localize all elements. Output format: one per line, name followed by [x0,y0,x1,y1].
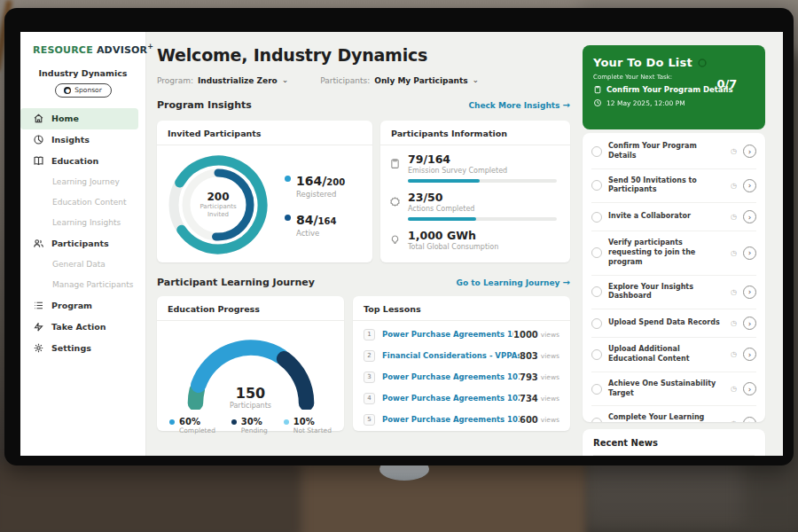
chevron-right-icon[interactable]: › [743,179,756,192]
task-checkbox[interactable] [591,418,602,422]
section-title: Participant Learning Journey [157,277,315,288]
invited-participants-card: Invited Participants 200 Participants In… [157,121,372,262]
gauge-label: Participants [176,402,326,410]
task-row[interactable]: Verify participants requesting to join t… [591,231,756,275]
legend-active: 84/164 Active [285,211,345,238]
participants-icon [33,238,44,249]
sidebar-item-insights[interactable]: Insights [20,129,145,151]
task-row[interactable]: Achieve One Sustainability Target ◷ › [591,372,756,407]
lesson-link[interactable]: Power Purchase Agreements 102 [382,394,520,403]
clock-icon [593,98,602,107]
task-row[interactable]: Invite a Collaborator ◷ › [591,203,756,231]
progress-fill [408,217,476,221]
chevron-right-icon[interactable]: › [743,286,756,299]
task-checkbox[interactable] [591,384,602,395]
program-list-icon [33,300,44,311]
task-label: Invite a Collaborator [608,212,724,222]
sidebar-item-participants[interactable]: Participants [20,233,145,254]
active-label: Active [296,229,336,238]
task-checkbox[interactable] [591,212,602,223]
completed-dot-icon [169,419,175,425]
lesson-link[interactable]: Power Purchase Agreements 103 [382,415,520,424]
sidebar-item-manage-participants[interactable]: Manage Participants [20,275,145,295]
task-label: Upload Spend Data Records [608,318,724,328]
task-row[interactable]: Upload Spend Data Records ◷ › [591,309,756,338]
logo-primary: RESOURCE [33,44,93,56]
education-legend: 60% Completed 30% Pending 10% Not Starte… [157,410,344,434]
sidebar-item-take-action[interactable]: Take Action [20,317,145,338]
arrow-right-icon: → [563,100,570,110]
sidebar-item-program[interactable]: Program [20,295,145,317]
participants-dropdown[interactable]: Participants: Only My Participants ⌄ [320,76,479,85]
legend-pct: 10% [293,417,332,426]
stat-label: Total Global Consumption [408,243,498,251]
sidebar-item-settings[interactable]: Settings [20,338,145,359]
lesson-link[interactable]: Power Purchase Agreements 101 [382,330,513,339]
task-checkbox[interactable] [591,286,602,297]
chevron-right-icon[interactable]: › [743,382,756,395]
sidebar-item-label: Program [51,301,92,310]
logo-secondary: ADVISOR [97,44,147,56]
task-checkbox[interactable] [591,318,602,329]
sidebar-item-learning-journey[interactable]: Learning Journey [20,172,145,192]
education-progress-card: Education Progress 150 Participants 60% … [157,296,344,431]
link-label: Go to Learning Journey [457,278,560,287]
progress-track [408,179,557,183]
sidebar-item-home[interactable]: Home [20,108,138,129]
registered-value: 164/ [296,174,326,188]
arrow-right-icon: → [563,278,570,287]
chevron-right-icon[interactable]: › [743,317,756,330]
task-row[interactable]: Send 50 Invitations to Participants ◷ › [591,169,756,204]
views-count: 734 [520,394,538,403]
registered-dot-icon [285,176,291,182]
stat-global-consumption: 1,000 GWh Total Global Consumption [389,229,558,251]
task-checkbox[interactable] [591,349,602,360]
task-checkbox[interactable] [591,146,602,157]
chevron-right-icon[interactable]: › [743,246,756,260]
participants-label: Participants: [320,76,370,85]
todo-progress-ring: 0/7 [698,54,756,113]
sidebar-item-education[interactable]: Education [20,151,145,172]
page-title: Welcome, Industry Dynamics [157,45,427,65]
sidebar-item-label: Settings [51,343,91,353]
lesson-link[interactable]: Financial Considerations - VPPAs [382,351,520,360]
todo-tasks-card: Confirm Your Program Details ◷ › Send 50… [583,133,765,422]
lesson-row: 4 Power Purchase Agreements 102 734 view… [353,387,570,409]
sidebar-item-learning-insights[interactable]: Learning Insights [20,213,145,233]
lesson-row: 1 Power Purchase Agreements 101 1000 vie… [353,324,570,345]
gear-icon [33,342,44,354]
chevron-right-icon[interactable]: › [743,145,756,158]
education-gauge-chart: 150 Participants [176,328,326,410]
chevron-right-icon[interactable]: › [743,417,756,422]
rank-badge: 3 [364,372,375,383]
stat-actions-completed: 23/50 Actions Completed [389,191,558,221]
sponsor-badge[interactable]: ● Sponsor [55,83,112,98]
active-value: 84/ [296,213,318,227]
task-row[interactable]: Upload Additional Educational Content ◷ … [591,338,756,372]
pending-dot-icon [231,419,237,425]
check-more-insights-link[interactable]: Check More Insights → [468,100,570,110]
stat-value: 23/50 [408,191,557,204]
sidebar-nav: Home Insights Education Learning Journey… [20,108,145,359]
program-insights-header: Program Insights Check More Insights → [157,99,570,111]
sidebar-item-education-content[interactable]: Education Content [20,192,145,213]
lesson-row: 2 Financial Considerations - VPPAs 803 v… [353,345,570,366]
sidebar-item-general-data[interactable]: General Data [20,254,145,275]
task-checkbox[interactable] [591,180,602,191]
task-row[interactable]: Complete Your Learning Journey ◷ › [591,406,756,422]
task-checkbox[interactable] [591,247,602,258]
go-to-learning-journey-link[interactable]: Go to Learning Journey → [457,278,570,287]
app-logo: RESOURCE ADVISOR+ [20,32,145,56]
chevron-right-icon[interactable]: › [743,348,756,361]
chevron-right-icon[interactable]: › [743,210,756,223]
legend-completed: 60% Completed [169,417,215,434]
stat-value: 1,000 GWh [408,229,498,242]
donut-center: 200 Participants Invited [164,151,272,259]
card-title: Education Progress [157,296,344,321]
lesson-link[interactable]: Power Purchase Agreements 101 [382,372,520,381]
program-dropdown[interactable]: Program: Industrialize Zero ⌄ [157,76,288,85]
task-row[interactable]: Explore Your Insights Dashboard ◷ › [591,276,756,310]
check-badge-icon [389,196,401,207]
task-row[interactable]: Confirm Your Program Details ◷ › [591,135,756,169]
invited-count-label: Participants Invited [192,203,244,219]
